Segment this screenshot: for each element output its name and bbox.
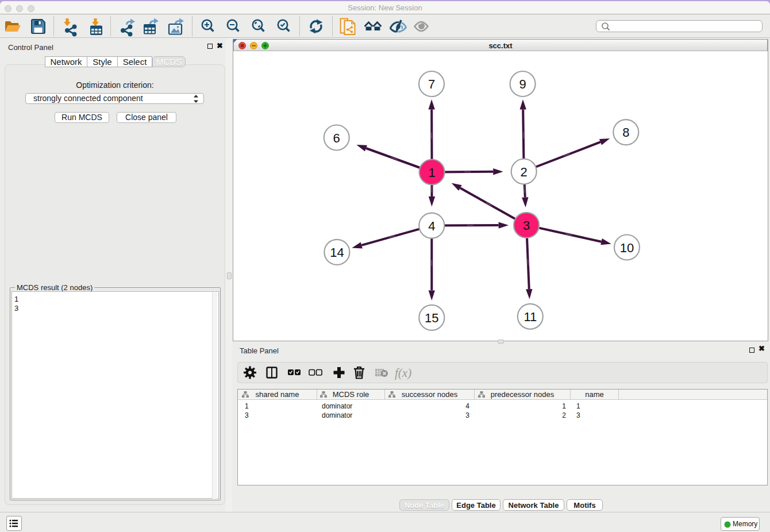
svg-text:15: 15 [425, 311, 438, 325]
svg-text:10: 10 [620, 241, 634, 255]
svg-text:1: 1 [428, 165, 435, 180]
svg-text:3: 3 [523, 218, 530, 233]
svg-text:6: 6 [333, 131, 340, 145]
svg-text:11: 11 [523, 310, 537, 324]
svg-text:f(x): f(x) [395, 366, 411, 380]
svg-text:4: 4 [428, 219, 435, 233]
svg-text:14: 14 [330, 245, 344, 260]
svg-text:2: 2 [521, 165, 528, 179]
svg-text:8: 8 [622, 125, 629, 140]
svg-text:7: 7 [428, 77, 435, 91]
svg-text:9: 9 [519, 77, 526, 91]
